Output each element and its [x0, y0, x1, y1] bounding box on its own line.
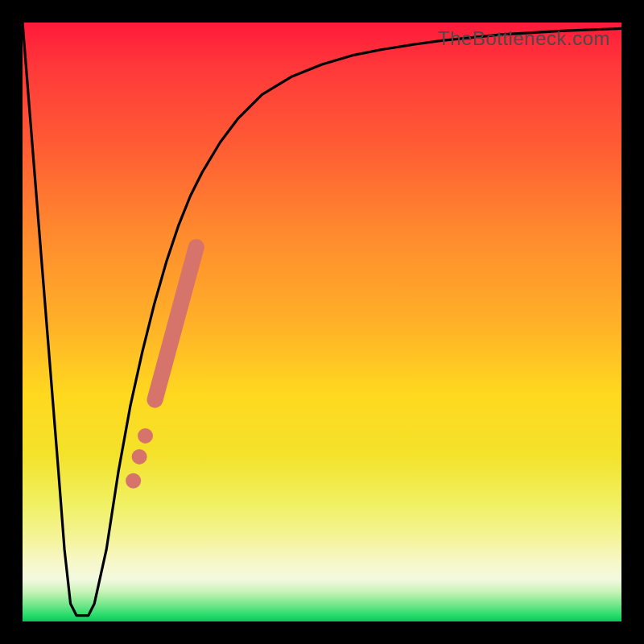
chart-frame: TheBottleneck.com — [0, 0, 644, 644]
critical-range-bar — [155, 247, 196, 400]
chart-svg — [23, 23, 621, 621]
critical-range-dot-2 — [132, 449, 147, 464]
critical-range-dot-3 — [138, 428, 153, 444]
bottleneck-curve — [23, 23, 621, 616]
plot-area: TheBottleneck.com — [23, 23, 621, 621]
critical-range-dot-1 — [126, 473, 141, 489]
watermark-text: TheBottleneck.com — [438, 27, 610, 50]
